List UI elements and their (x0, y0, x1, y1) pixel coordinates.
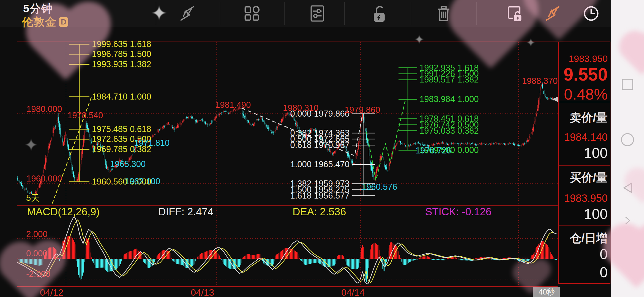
open-interest: 0 (600, 246, 608, 262)
price-label: 1978.540 (67, 111, 103, 120)
price-label: 1981.490 (215, 100, 251, 110)
macd-axis-label: 0.000 (26, 249, 48, 258)
back-icon[interactable] (621, 181, 634, 196)
fib-level-label: 1999.635 1.618 (92, 40, 151, 49)
android-navbar (611, 0, 644, 297)
symbol-row[interactable]: 伦敦金 D (22, 14, 68, 29)
price-label: 1970.726 (416, 146, 451, 155)
date-label: 04/12 (40, 288, 63, 297)
panel-divider (559, 225, 610, 226)
ask-label[interactable]: 卖价/量 (570, 110, 608, 125)
macd-stick-value: STICK: -0.126 (425, 206, 492, 218)
ask-volume[interactable]: 100 (584, 145, 608, 161)
panel-divider (559, 102, 610, 102)
symbol-label: 伦敦金 (22, 14, 57, 29)
fib-level-label: 1975.485 0.618 (92, 125, 151, 134)
price-label: 1962.100 (125, 177, 160, 186)
axis-price-label: 1980.000 (26, 105, 62, 114)
bid-volume[interactable]: 100 (584, 206, 608, 222)
bar-countdown-badge: 40秒 (533, 287, 560, 297)
bid-price[interactable]: 1983.950 (564, 193, 608, 204)
macd-diff-value: DIFF: 2.474 (158, 206, 214, 218)
white-dashed-trendline-up[interactable] (355, 115, 362, 153)
price-label: 1971.810 (134, 138, 170, 148)
fib-level-label: 1.618 1956.577 (279, 191, 350, 200)
fib-level-label: 1993.935 1.382 (92, 60, 151, 69)
price-label: 1980.310 (283, 103, 318, 113)
layout-grid-icon[interactable] (242, 4, 261, 23)
unlock-chart-icon[interactable] (370, 4, 389, 23)
open-interest-label: 仓/日增 (570, 230, 608, 246)
last-price: 1983.950 (569, 53, 608, 64)
trash-icon[interactable] (434, 4, 453, 23)
fib-level-label: 1.000 1965.470 (279, 160, 350, 169)
panel-divider (559, 165, 610, 166)
price-change-percent: 0.48% (564, 85, 608, 103)
indicator-settings-icon[interactable] (308, 4, 327, 23)
macd-axis-label: -2.000 (26, 270, 50, 279)
trading-app-screen: 5分钟 伦敦金 D (0, 0, 644, 297)
fib-level-label: 1983.984 1.000 (419, 95, 479, 104)
fib-level-label: 1984.710 1.000 (92, 92, 151, 101)
macd-axis-label: 2.000 (26, 230, 48, 239)
fib-level-label: 1996.785 1.500 (92, 50, 151, 59)
price-label: 1979.860 (345, 105, 380, 115)
toolbar-separator (220, 2, 220, 25)
fib-level-label: 1975.033 0.382 (419, 126, 479, 136)
green-fib[interactable] (399, 68, 417, 150)
screen-rotate-lock-icon[interactable] (504, 4, 524, 23)
macd-dea-value: DEA: 2.536 (293, 206, 346, 218)
open-interest-change: 0 (600, 264, 608, 280)
toolbar-separator (284, 2, 285, 25)
price-label: 1965.300 (110, 160, 146, 169)
date-label: 04/14 (341, 288, 365, 297)
toolbar-separator (476, 2, 477, 25)
fib-level-label: 0.618 1970.967 (279, 141, 350, 150)
date-label: 04/13 (191, 288, 214, 297)
price-label: 1988.370 (522, 76, 558, 86)
clock-icon[interactable] (582, 4, 601, 23)
axis-price-label: 1960.000 (26, 174, 62, 183)
last-price-marker (552, 97, 558, 102)
price-label: 5天 (26, 193, 39, 203)
fib-level-label: 1989.517 1.382 (419, 75, 479, 84)
trendline-active-icon[interactable] (543, 4, 562, 23)
top-toolbar: 5分钟 伦敦金 D (0, 0, 611, 27)
macd-title[interactable]: MACD(12,26,9) (27, 206, 100, 218)
ask-price[interactable]: 1984.140 (564, 131, 608, 143)
symbol-badge: D (59, 17, 68, 27)
home-icon[interactable] (620, 133, 635, 148)
timeframe-label[interactable]: 5分钟 (23, 1, 53, 16)
recents-icon[interactable] (621, 78, 634, 92)
price-change: 9.550 (564, 64, 608, 85)
trendline-draw-icon[interactable] (178, 4, 197, 23)
chevron-right-icon[interactable] (622, 215, 633, 227)
toolbar-separator (344, 2, 345, 25)
quote-panel: 1983.950 9.550 0.48% 卖价/量 1984.140 100 买… (558, 42, 610, 284)
toolbar-separator (156, 2, 156, 25)
price-label: 1960.576 (362, 182, 397, 192)
toolbar-separator (411, 2, 411, 25)
bid-label[interactable]: 买价/量 (570, 170, 608, 185)
